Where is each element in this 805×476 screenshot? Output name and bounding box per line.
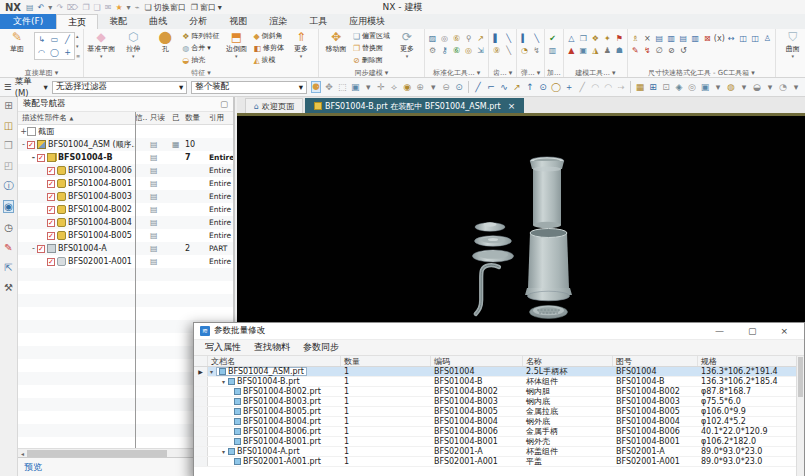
row-selector[interactable] [194,437,208,446]
ribbon-tool-icon[interactable]: ▍ [519,33,530,44]
node-checkbox[interactable]: ✓ [47,219,55,227]
view-tool-icon-1[interactable]: ⊞ [648,81,658,93]
ribbon-button[interactable]: ⬡拉伸▾ [118,30,148,59]
view-tool-icon-6[interactable]: ▾ [713,81,723,93]
ribbon-tool-icon[interactable]: ✦ [602,33,613,44]
assembly-tree-row[interactable]: -✓BFS01004-B▤7Entire [18,151,233,164]
ribbon-tool-icon[interactable]: ◔ [519,45,530,56]
scroll-left-icon[interactable]: ◂ [18,450,27,457]
model-disc-large[interactable] [473,250,514,262]
scrollbar-thumb[interactable] [798,357,803,397]
column-header-modified[interactable]: 已 [172,113,185,123]
ribbon-button[interactable]: ⬤孔 [150,30,180,54]
node-checkbox[interactable]: ✓ [37,154,45,162]
selection-scope-dropdown[interactable]: 整个装配 ▾ [191,81,307,94]
quick-access-icon-4[interactable]: ⌦ [67,3,78,12]
column-header-refset[interactable]: 引用 [209,113,233,123]
ribbon-tool-icon[interactable]: ✔ [547,33,558,44]
ribbon-tab-1[interactable]: 装配 [98,14,138,29]
node-checkbox[interactable]: ✓ [47,180,55,188]
gallery-item[interactable]: ╱ [61,33,74,46]
ribbon-button[interactable]: ❐替换面 [353,42,390,54]
ribbon-tool-icon[interactable]: ⑨ [491,45,502,56]
tree-expander[interactable]: ▾ [222,378,225,385]
resource-bar-icon-3[interactable]: ◰ [4,160,13,171]
ribbon-button[interactable]: ◧修剪体 [253,42,284,54]
ribbon-tool-icon[interactable]: ◎ [463,45,474,56]
ribbon-tool-icon[interactable]: ◎ [439,33,450,44]
menu-button[interactable]: ☰ 菜单(M) ▾ [4,76,48,98]
dialog-table-row[interactable]: BFS01004-B001.prt1BFS01004-B001钢外壳BFS010… [194,437,804,447]
ribbon-tool-icon[interactable]: ▥ [547,45,558,56]
ribbon-tab-3[interactable]: 分析 [178,14,218,29]
row-selector[interactable] [194,457,208,466]
ribbon-tool-icon[interactable]: ◫ [738,33,749,44]
dialog-column-header-4[interactable]: 图号 [613,356,698,366]
snap-point-icon-11[interactable]: ⇢ [616,81,626,93]
ribbon-tool-icon[interactable]: ⚑ [614,33,625,44]
ribbon-button[interactable]: ✥移动面 [321,30,351,54]
ribbon-button[interactable]: ◍合并▾ [182,42,219,54]
resource-bar-icon-9[interactable]: ⚒ [4,282,13,293]
dialog-table-row[interactable]: BFS02001-A001.prt1BFS02001-A001平盖BFS0200… [194,457,804,467]
ribbon-button[interactable]: ✎草图 [2,30,32,54]
resource-bar-icon-1[interactable]: ◫ [4,120,13,131]
ribbon-tab-6[interactable]: 工具 [298,14,338,29]
view-tool-icon-8[interactable]: ▾ [739,81,749,93]
gallery-item[interactable]: + [61,46,74,59]
view-tool-icon-0[interactable]: ▦ [635,81,645,93]
minimize-button[interactable]: — [715,326,724,336]
assembly-tree-row[interactable]: -✓BFS01004_ASM (顺序...▤▦10 [18,138,233,151]
gallery-scroll-icon[interactable]: ▴ [76,33,80,39]
column-header-info[interactable]: 信.. [135,113,150,123]
dialog-column-header-1[interactable]: 数量 [341,356,431,366]
column-header-name[interactable]: 描述性部件名 ▲ [18,113,135,123]
assembly-tree-row[interactable]: ✓BFS01004-B001▤Entire [18,177,233,190]
ribbon-tool-icon[interactable]: ↗ [475,33,486,44]
snap-point-icon-3[interactable]: ↗ [512,81,522,93]
selection-tool-icon-2[interactable]: ⬚ [337,81,347,93]
ribbon-tool-icon[interactable]: ⚷ [439,45,450,56]
snap-point-icon-6[interactable]: ◯ [551,81,561,93]
ribbon-tool-icon[interactable]: ▤ [678,33,689,44]
row-selector[interactable] [194,417,208,426]
view-tool-icon-11[interactable]: ◔ [778,81,788,93]
ribbon-button[interactable]: ◆倒斜角 [253,30,284,42]
resource-bar-icon-0[interactable]: ⊞ [4,100,12,111]
node-checkbox[interactable]: ✓ [47,232,55,240]
snap-point-icon-10[interactable]: ◠ [603,81,613,93]
dialog-menu-item-0[interactable]: 写入属性 [205,341,241,354]
tree-expander[interactable]: - [30,244,37,253]
selection-tool-icon-3[interactable]: ▣ [350,81,360,93]
ribbon-tool-icon[interactable]: ▣ [578,45,589,56]
ribbon-tool-icon[interactable]: ↯ [642,45,653,56]
ribbon-tool-icon[interactable]: ⇲ [475,45,486,56]
ribbon-tool-icon[interactable]: ↔ [726,33,737,44]
ribbon-tool-icon[interactable]: ❖ [590,33,601,44]
ribbon-tool-icon[interactable]: ╲ [503,45,514,56]
node-checkbox[interactable]: ✓ [47,258,55,266]
selection-tool-icon-11[interactable]: ⊙ [454,81,464,93]
dialog-table-row[interactable]: ▾BFS01004-A.prt1BFS02001-A杯盖组件BFS02001-A… [194,447,804,457]
quick-access-icon-1[interactable]: ↶ [38,3,45,12]
assembly-tree-row[interactable]: ✓BFS01004-B002▤Entire [18,203,233,216]
assembly-tree-row[interactable]: -✓BFS01004-A▤2PART [18,242,233,255]
snap-point-icon-0[interactable]: ╱ [473,81,483,93]
quick-access-icon-10[interactable]: ⌁ [135,3,140,12]
quick-access-icon-8[interactable]: ★ [115,3,122,12]
view-tool-icon-4[interactable]: ◎ [687,81,697,93]
selection-tool-icon-9[interactable]: ▾ [428,81,438,93]
node-checkbox[interactable]: ✓ [27,141,35,149]
ribbon-tool-icon[interactable]: ▌ [491,33,502,44]
column-header-qty[interactable]: 数量 [185,113,209,123]
node-checkbox[interactable]: ✓ [47,167,55,175]
resource-bar-icon-5[interactable]: ◉ [3,200,14,213]
dialog-table-row[interactable]: BFS01004-B003.prt1BFS01004-B003钢内底BFS010… [194,397,804,407]
selection-tool-icon-8[interactable]: ⊕ [415,81,425,93]
ribbon-tool-icon[interactable]: ╲ [531,33,542,44]
quick-access-icon-7[interactable]: ✉ [105,3,112,12]
close-button[interactable]: × [780,326,788,336]
switch-window-button[interactable]: ❏ 切换窗口 [144,2,185,13]
snap-point-icon-7[interactable]: ＋ [564,81,574,93]
ribbon-button[interactable]: ⬒边倒圆▾ [221,30,251,59]
